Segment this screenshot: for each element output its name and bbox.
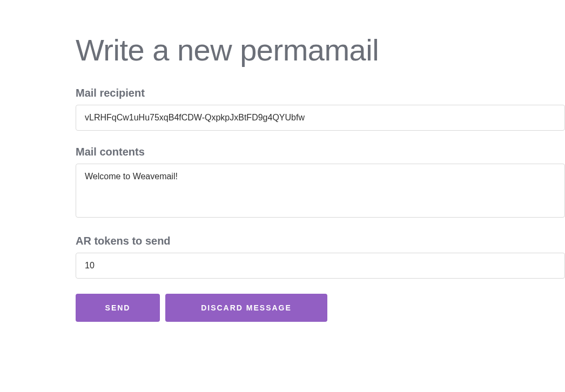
contents-group: Mail contents Welcome to Weavemail!: [76, 146, 565, 220]
recipient-input[interactable]: [76, 105, 565, 131]
tokens-label: AR tokens to send: [76, 235, 565, 247]
page-title: Write a new permamail: [76, 32, 565, 67]
recipient-group: Mail recipient: [76, 87, 565, 131]
send-button[interactable]: SEND: [76, 294, 160, 322]
contents-label: Mail contents: [76, 146, 565, 158]
recipient-label: Mail recipient: [76, 87, 565, 99]
button-row: SEND DISCARD MESSAGE: [76, 294, 565, 322]
contents-textarea[interactable]: Welcome to Weavemail!: [76, 164, 565, 218]
discard-button[interactable]: DISCARD MESSAGE: [165, 294, 327, 322]
tokens-input[interactable]: [76, 253, 565, 279]
tokens-group: AR tokens to send: [76, 235, 565, 279]
